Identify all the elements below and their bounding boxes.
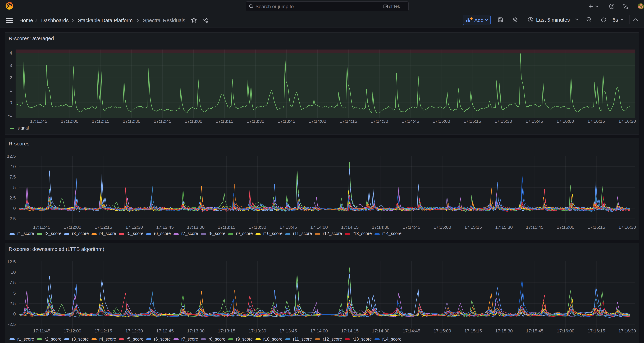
svg-text:7.5: 7.5 <box>10 280 16 285</box>
svg-text:r6_score: r6_score <box>154 336 171 341</box>
svg-text:4: 4 <box>10 50 12 56</box>
svg-text:r13_score: r13_score <box>352 231 372 236</box>
svg-text:17:15:30: 17:15:30 <box>495 328 513 333</box>
svg-text:17:13:30: 17:13:30 <box>248 225 266 230</box>
svg-text:17:13:00: 17:13:00 <box>187 328 204 333</box>
svg-text:17:12:30: 17:12:30 <box>123 119 140 124</box>
svg-text:r9_score: r9_score <box>236 336 253 341</box>
svg-text:17:13:00: 17:13:00 <box>185 119 202 124</box>
svg-text:0: 0 <box>13 311 16 316</box>
svg-text:r3_score: r3_score <box>72 336 89 341</box>
svg-text:0: 0 <box>13 206 16 211</box>
svg-text:R-scores: R-scores <box>9 141 30 146</box>
svg-text:r12_score: r12_score <box>323 231 342 236</box>
svg-text:17:14:30: 17:14:30 <box>372 225 390 230</box>
svg-text:r5_score: r5_score <box>126 336 144 341</box>
svg-text:17:14:00: 17:14:00 <box>310 328 328 333</box>
svg-text:17:15:15: 17:15:15 <box>464 225 482 230</box>
svg-text:r14_score: r14_score <box>382 231 402 236</box>
svg-text:17:12:15: 17:12:15 <box>94 225 112 230</box>
svg-text:17:15:45: 17:15:45 <box>526 328 544 333</box>
svg-text:-2.5: -2.5 <box>8 216 16 221</box>
svg-text:17:14:30: 17:14:30 <box>372 328 390 333</box>
svg-text:17:14:00: 17:14:00 <box>310 225 328 230</box>
svg-text:-1: -1 <box>8 113 12 118</box>
svg-text:17:16:30: 17:16:30 <box>618 328 636 333</box>
svg-text:r12_score: r12_score <box>323 336 342 341</box>
svg-text:17:16:00: 17:16:00 <box>557 225 574 230</box>
svg-text:17:13:15: 17:13:15 <box>218 328 235 333</box>
svg-text:1: 1 <box>10 88 12 93</box>
svg-text:r9_score: r9_score <box>236 231 253 236</box>
svg-text:17:14:15: 17:14:15 <box>341 328 358 333</box>
svg-text:r13_score: r13_score <box>352 336 372 341</box>
svg-text:17:14:15: 17:14:15 <box>341 225 358 230</box>
svg-text:r8_score: r8_score <box>208 231 226 236</box>
svg-text:17:15:00: 17:15:00 <box>434 328 451 333</box>
svg-text:17:15:30: 17:15:30 <box>494 119 512 124</box>
svg-text:17:15:45: 17:15:45 <box>526 225 544 230</box>
svg-text:17:13:45: 17:13:45 <box>280 328 297 333</box>
svg-text:17:15:15: 17:15:15 <box>464 328 482 333</box>
svg-text:r5_score: r5_score <box>126 231 144 236</box>
svg-text:r6_score: r6_score <box>154 231 171 236</box>
svg-text:17:15:45: 17:15:45 <box>526 119 543 124</box>
svg-text:17:12:00: 17:12:00 <box>64 225 81 230</box>
svg-text:r4_score: r4_score <box>99 231 116 236</box>
svg-text:10: 10 <box>11 270 16 275</box>
svg-text:17:13:30: 17:13:30 <box>248 328 266 333</box>
svg-text:r14_score: r14_score <box>382 336 402 341</box>
svg-text:17:12:00: 17:12:00 <box>64 328 81 333</box>
svg-text:signal: signal <box>18 126 29 130</box>
svg-text:17:14:45: 17:14:45 <box>403 328 420 333</box>
svg-text:r11_score: r11_score <box>293 231 312 236</box>
svg-text:17:15:30: 17:15:30 <box>495 225 513 230</box>
svg-text:17:13:30: 17:13:30 <box>247 119 264 124</box>
svg-text:17:15:00: 17:15:00 <box>432 119 450 124</box>
svg-text:r2_score: r2_score <box>45 231 62 236</box>
svg-text:17:13:45: 17:13:45 <box>280 225 297 230</box>
svg-text:17:12:45: 17:12:45 <box>154 119 171 124</box>
svg-text:R-scores: downsampled (LTTB al: R-scores: downsampled (LTTB algorithm) <box>9 246 104 252</box>
svg-text:17:13:15: 17:13:15 <box>218 225 235 230</box>
svg-text:17:14:00: 17:14:00 <box>308 119 326 124</box>
svg-text:17:12:30: 17:12:30 <box>126 225 143 230</box>
svg-text:17:16:30: 17:16:30 <box>618 119 636 124</box>
svg-text:17:12:15: 17:12:15 <box>94 328 112 333</box>
svg-text:r10_score: r10_score <box>263 336 282 341</box>
svg-text:17:14:15: 17:14:15 <box>340 119 357 124</box>
svg-text:12.5: 12.5 <box>7 154 16 159</box>
svg-text:2.5: 2.5 <box>10 195 16 200</box>
svg-text:r2_score: r2_score <box>45 336 62 341</box>
svg-text:17:12:45: 17:12:45 <box>156 328 174 333</box>
svg-text:17:16:15: 17:16:15 <box>588 328 605 333</box>
svg-text:-2.5: -2.5 <box>8 322 16 327</box>
svg-text:17:16:00: 17:16:00 <box>556 119 574 124</box>
svg-text:5: 5 <box>13 185 16 190</box>
svg-text:7.5: 7.5 <box>10 174 16 180</box>
svg-text:17:15:15: 17:15:15 <box>464 119 481 124</box>
svg-text:3: 3 <box>10 63 12 68</box>
svg-text:17:14:45: 17:14:45 <box>403 225 420 230</box>
svg-text:2: 2 <box>10 75 12 80</box>
svg-text:17:11:45: 17:11:45 <box>33 225 50 230</box>
svg-text:17:14:30: 17:14:30 <box>371 119 388 124</box>
svg-text:r10_score: r10_score <box>263 231 282 236</box>
svg-text:17:12:45: 17:12:45 <box>156 225 174 230</box>
svg-text:17:16:15: 17:16:15 <box>588 119 605 124</box>
svg-text:10: 10 <box>11 164 16 169</box>
svg-text:r7_score: r7_score <box>181 231 198 236</box>
svg-text:r8_score: r8_score <box>208 336 226 341</box>
svg-text:17:12:30: 17:12:30 <box>126 328 143 333</box>
svg-text:12.5: 12.5 <box>7 259 16 264</box>
svg-text:R-scores: averaged: R-scores: averaged <box>9 36 54 41</box>
svg-text:r3_score: r3_score <box>72 231 89 236</box>
svg-text:17:16:00: 17:16:00 <box>557 328 574 333</box>
svg-text:r1_score: r1_score <box>17 336 34 341</box>
svg-text:r11_score: r11_score <box>293 336 312 341</box>
svg-text:17:13:45: 17:13:45 <box>278 119 295 124</box>
svg-text:17:16:30: 17:16:30 <box>618 225 636 230</box>
svg-text:17:12:00: 17:12:00 <box>61 119 78 124</box>
svg-text:2.5: 2.5 <box>10 301 16 306</box>
svg-text:0: 0 <box>10 100 12 105</box>
